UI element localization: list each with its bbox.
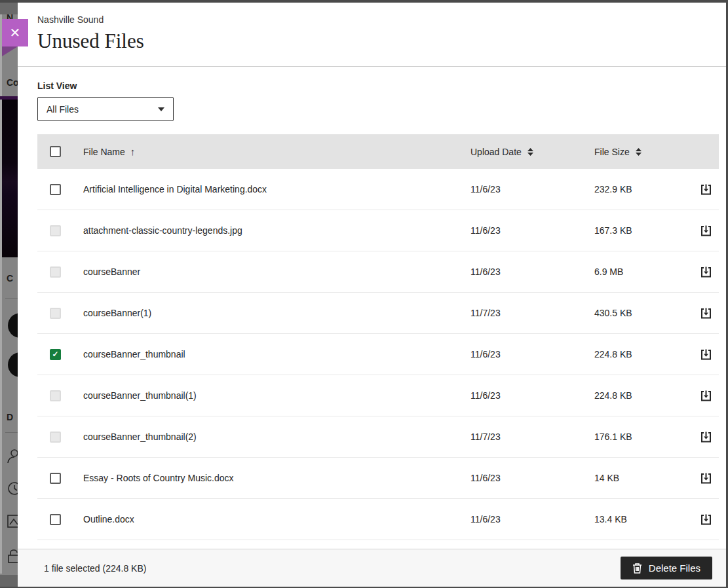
sort-both-icon[interactable] — [527, 148, 533, 156]
upload-date: 11/6/23 — [470, 390, 501, 401]
download-icon — [700, 225, 712, 237]
file-size: 167.3 KB — [594, 225, 632, 236]
column-file-size[interactable]: File Size — [594, 147, 630, 157]
upload-date: 11/6/23 — [470, 349, 501, 359]
sort-both-icon[interactable] — [636, 148, 642, 156]
file-size: 176.1 KB — [594, 432, 632, 442]
file-name: courseBanner_thumbnail — [83, 349, 185, 359]
backdrop-divider — [5, 432, 18, 433]
file-table-body: Artificial Intelligence in Digital Marke… — [37, 169, 719, 540]
file-table-header: File Name ↑ Upload Date File Size — [37, 134, 719, 169]
row-checkbox — [50, 266, 61, 278]
upload-date: 11/6/23 — [470, 514, 501, 524]
roster-person-icon — [5, 448, 18, 464]
row-checkbox[interactable]: ✓ — [50, 349, 61, 360]
page-title: Unused Files — [37, 29, 706, 53]
file-filter-value: All Files — [47, 104, 79, 115]
table-row: courseBanner 11/6/23 6.9 MB — [37, 251, 719, 293]
modal-body: List View All Files File Name ↑ Upload D… — [18, 67, 726, 549]
file-name: courseBanner_thumbnail(1) — [83, 390, 197, 401]
row-checkbox[interactable] — [50, 473, 61, 484]
table-row: ✓ courseBanner_thumbnail 11/6/23 224.8 K… — [37, 334, 719, 375]
file-size: 430.5 KB — [594, 308, 632, 318]
download-icon — [700, 348, 712, 361]
table-row: Essay - Roots of Country Music.docx 11/6… — [37, 458, 719, 499]
backdrop-avatar — [8, 313, 18, 338]
image-icon — [5, 513, 18, 529]
row-checkbox — [50, 390, 61, 401]
file-name: courseBanner — [83, 266, 140, 277]
download-button[interactable] — [699, 512, 714, 527]
file-name: Outline.docx — [83, 514, 134, 524]
chevron-down-icon — [158, 107, 164, 111]
file-size: 224.8 KB — [594, 390, 632, 401]
download-icon — [700, 307, 712, 320]
backdrop-avatar — [8, 352, 18, 377]
backdrop-section-heading-fragment: C — [7, 273, 13, 284]
delete-files-button[interactable]: Delete Files — [621, 557, 712, 579]
clock-icon — [5, 481, 18, 496]
delete-files-label: Delete Files — [649, 562, 700, 574]
column-file-name[interactable]: File Name — [83, 147, 125, 157]
selection-summary: 1 file selected (224.8 KB) — [44, 563, 146, 574]
download-icon — [700, 183, 712, 196]
file-name: attachment-classic-country-legends.jpg — [83, 225, 242, 236]
backdrop-content-tab-fragment: Co — [7, 77, 18, 88]
table-row: Outline.docx 11/6/23 13.4 KB — [37, 499, 719, 540]
row-checkbox — [50, 225, 61, 236]
download-icon — [700, 472, 712, 485]
download-button[interactable] — [699, 430, 714, 445]
upload-date: 11/6/23 — [470, 225, 501, 236]
list-view-label: List View — [37, 81, 717, 91]
download-button[interactable] — [699, 265, 714, 280]
select-all-checkbox[interactable] — [50, 146, 61, 157]
row-checkbox — [50, 432, 61, 443]
table-row: courseBanner_thumbnail(2) 11/7/23 176.1 … — [37, 416, 719, 458]
download-button[interactable] — [699, 223, 714, 238]
download-icon — [700, 431, 712, 443]
backdrop-course-banner-image — [2, 100, 18, 257]
file-filter-dropdown[interactable]: All Files — [37, 97, 174, 121]
lock-icon — [5, 549, 18, 564]
row-checkbox — [50, 308, 61, 319]
backdrop-section-heading-fragment: D — [7, 412, 13, 422]
table-row: Artificial Intelligence in Digital Marke… — [37, 169, 719, 210]
file-table: File Name ↑ Upload Date File Size Artifi… — [37, 134, 719, 540]
row-checkbox[interactable] — [50, 514, 61, 525]
download-button[interactable] — [699, 306, 714, 321]
unused-files-modal: Nashville Sound Unused Files List View A… — [18, 3, 726, 587]
upload-date: 11/6/23 — [470, 184, 501, 194]
table-row: courseBanner(1) 11/7/23 430.5 KB — [37, 293, 719, 334]
table-row: courseBanner_thumbnail(1) 11/6/23 224.8 … — [37, 375, 719, 416]
file-size: 224.8 KB — [594, 349, 632, 359]
file-size: 232.9 KB — [594, 184, 632, 194]
upload-date: 11/7/23 — [470, 432, 501, 442]
table-row: attachment-classic-country-legends.jpg 1… — [37, 210, 719, 251]
modal-header: Nashville Sound Unused Files — [18, 3, 726, 67]
trash-icon — [632, 562, 642, 574]
file-size: 6.9 MB — [594, 266, 623, 277]
row-checkbox[interactable] — [50, 184, 61, 195]
breadcrumb: Nashville Sound — [37, 14, 706, 25]
backdrop-page-strip: N Co C D — [0, 0, 18, 588]
modal-footer: 1 file selected (224.8 KB) Delete Files — [18, 549, 726, 587]
download-icon — [700, 390, 712, 402]
column-upload-date[interactable]: Upload Date — [470, 147, 522, 157]
file-size: 13.4 KB — [594, 514, 627, 524]
upload-date: 11/6/23 — [470, 473, 501, 483]
sort-ascending-icon[interactable]: ↑ — [130, 146, 136, 157]
file-name: courseBanner(1) — [83, 308, 151, 318]
close-icon: ✕ — [10, 26, 21, 40]
backdrop-footer-block — [0, 575, 18, 588]
file-name: Essay - Roots of Country Music.docx — [83, 473, 234, 483]
download-icon — [700, 266, 712, 278]
download-button[interactable] — [699, 182, 714, 197]
download-button[interactable] — [699, 471, 714, 486]
close-modal-button[interactable]: ✕ — [2, 19, 28, 46]
upload-date: 11/7/23 — [470, 308, 501, 318]
file-name: courseBanner_thumbnail(2) — [83, 432, 197, 442]
download-button[interactable] — [699, 388, 714, 403]
upload-date: 11/6/23 — [470, 266, 501, 277]
download-button[interactable] — [699, 347, 714, 362]
download-icon — [700, 513, 712, 526]
